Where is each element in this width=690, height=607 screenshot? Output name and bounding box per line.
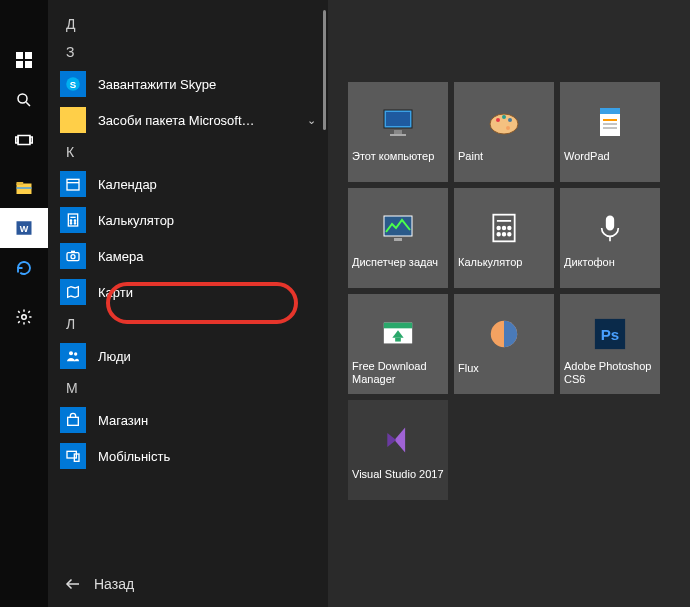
tile-grid: Этот компьютер Paint WordPad Диспетчер з… xyxy=(328,0,690,607)
tile-fdm[interactable]: Free Download Manager xyxy=(348,294,448,394)
search-icon[interactable] xyxy=(0,80,48,120)
letter-header[interactable]: М xyxy=(48,374,328,402)
app-list: Д З S Завантажити Skype Засоби пакета Mi… xyxy=(48,0,328,607)
calculator-icon xyxy=(60,207,86,233)
tile-label: WordPad xyxy=(564,150,656,174)
back-button[interactable]: Назад xyxy=(64,575,134,593)
start-menu: W Д З S Завантажити Skype Засоби пакета … xyxy=(0,0,690,607)
svg-point-21 xyxy=(70,220,71,221)
svg-rect-36 xyxy=(394,130,402,134)
tile-label: Adobe Photoshop CS6 xyxy=(564,360,656,386)
app-item-store[interactable]: Магазин xyxy=(48,402,328,438)
tile-photoshop[interactable]: PsAdobe Photoshop CS6 xyxy=(560,294,660,394)
wordpad-icon xyxy=(592,104,628,140)
app-label: Календар xyxy=(98,177,316,192)
settings-icon[interactable] xyxy=(0,297,48,337)
letter-header[interactable]: К xyxy=(48,138,328,166)
chevron-down-icon: ⌄ xyxy=(307,114,316,127)
folder-icon xyxy=(60,107,86,133)
svg-rect-37 xyxy=(390,134,406,136)
svg-point-54 xyxy=(508,227,511,230)
letter-header[interactable]: З xyxy=(48,38,328,66)
calc-icon xyxy=(486,210,522,246)
app-item-maps[interactable]: Карти xyxy=(48,274,328,310)
svg-marker-68 xyxy=(387,433,396,447)
app-label: Калькулятор xyxy=(98,213,316,228)
tile-flux[interactable]: Flux xyxy=(454,294,554,394)
app-item-msoft-tools[interactable]: Засоби пакета Microsoft… ⌄ xyxy=(48,102,328,138)
scrollbar[interactable] xyxy=(323,10,326,130)
svg-point-56 xyxy=(503,233,506,236)
tile-this-pc[interactable]: Этот компьютер xyxy=(348,82,448,182)
refresh-icon[interactable] xyxy=(0,248,48,288)
svg-rect-63 xyxy=(395,338,401,342)
svg-rect-58 xyxy=(607,216,614,229)
svg-rect-10 xyxy=(17,182,24,185)
tile-visualstudio[interactable]: Visual Studio 2017 xyxy=(348,400,448,500)
tile-label: Flux xyxy=(458,362,550,386)
svg-text:S: S xyxy=(70,79,77,90)
svg-point-55 xyxy=(497,233,500,236)
tile-paint[interactable]: Paint xyxy=(454,82,554,182)
svg-point-22 xyxy=(74,220,75,221)
svg-rect-6 xyxy=(18,136,30,145)
app-item-people[interactable]: Люди xyxy=(48,338,328,374)
camera-icon xyxy=(60,243,86,269)
app-label: Карти xyxy=(98,285,316,300)
tile-label: Free Download Manager xyxy=(352,360,444,386)
taskview-icon[interactable] xyxy=(0,120,48,160)
svg-point-52 xyxy=(497,227,500,230)
svg-rect-27 xyxy=(71,251,75,253)
app-item-mobility[interactable]: Мобільність xyxy=(48,438,328,474)
mic-icon xyxy=(592,210,628,246)
svg-rect-25 xyxy=(67,253,79,261)
svg-rect-7 xyxy=(16,137,18,143)
app-label: Камера xyxy=(98,249,316,264)
app-item-calendar[interactable]: Календар xyxy=(48,166,328,202)
app-label: Засоби пакета Microsoft… xyxy=(98,113,295,128)
tile-label: Диктофон xyxy=(564,256,656,280)
back-label: Назад xyxy=(94,576,134,592)
app-label: Люди xyxy=(98,349,316,364)
tile-label: Paint xyxy=(458,150,550,174)
app-item-calculator[interactable]: Калькулятор xyxy=(48,202,328,238)
mobility-icon xyxy=(60,443,86,469)
svg-rect-11 xyxy=(17,187,32,189)
svg-text:Ps: Ps xyxy=(601,326,619,343)
tile-taskmgr[interactable]: Диспетчер задач xyxy=(348,188,448,288)
calendar-icon xyxy=(60,171,86,197)
flux-icon xyxy=(486,316,522,352)
svg-point-53 xyxy=(503,227,506,230)
svg-rect-49 xyxy=(394,238,402,241)
svg-text:W: W xyxy=(20,224,29,234)
svg-rect-19 xyxy=(68,214,77,226)
svg-rect-30 xyxy=(68,417,79,425)
paint-icon xyxy=(486,104,522,140)
svg-rect-8 xyxy=(30,137,32,143)
svg-point-28 xyxy=(69,351,73,355)
svg-point-57 xyxy=(508,233,511,236)
svg-point-24 xyxy=(74,223,75,224)
arrow-left-icon xyxy=(64,575,82,593)
maps-icon xyxy=(60,279,86,305)
start-icon[interactable] xyxy=(0,40,48,80)
tile-label: Калькулятор xyxy=(458,256,550,280)
tile-calc[interactable]: Калькулятор xyxy=(454,188,554,288)
app-label: Завантажити Skype xyxy=(98,77,316,92)
svg-point-4 xyxy=(18,94,27,103)
letter-header[interactable]: Д xyxy=(48,10,328,38)
tile-label: Visual Studio 2017 xyxy=(352,468,444,492)
app-item-skype[interactable]: S Завантажити Skype xyxy=(48,66,328,102)
tile-wordpad[interactable]: WordPad xyxy=(560,82,660,182)
svg-point-40 xyxy=(502,115,506,119)
store-icon xyxy=(60,407,86,433)
letter-header[interactable]: Л xyxy=(48,310,328,338)
svg-rect-2 xyxy=(16,61,23,68)
explorer-icon[interactable] xyxy=(0,168,48,208)
svg-rect-3 xyxy=(25,61,32,68)
svg-rect-35 xyxy=(386,112,410,126)
fdm-icon xyxy=(380,316,416,352)
word-icon[interactable]: W xyxy=(0,208,48,248)
app-item-camera[interactable]: Камера xyxy=(48,238,328,274)
tile-voice[interactable]: Диктофон xyxy=(560,188,660,288)
